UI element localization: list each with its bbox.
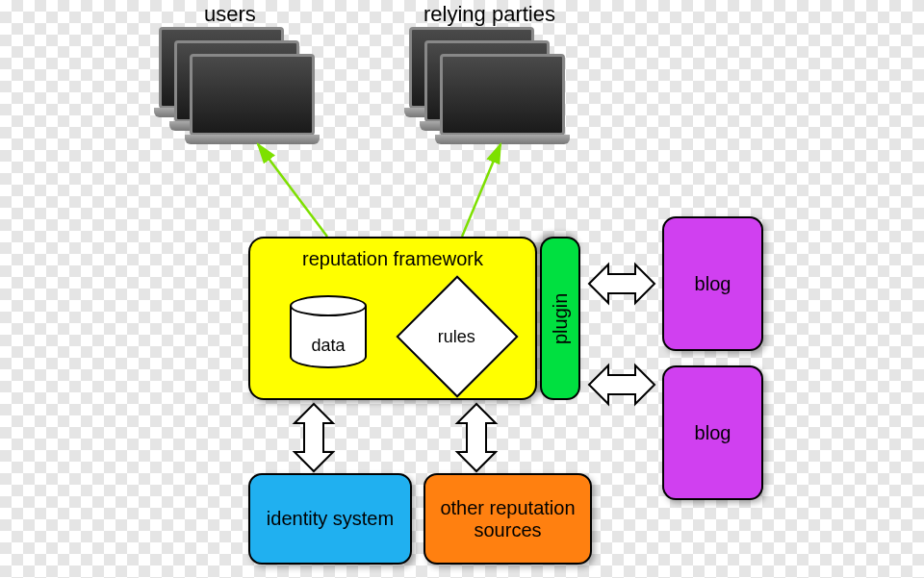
svg-line-0	[258, 144, 327, 237]
identity-system-box: identity system	[248, 473, 412, 565]
other-sources-box: other reputation sources	[424, 473, 592, 565]
framework-title: reputation framework	[264, 248, 522, 270]
blog-label-1: blog	[695, 273, 732, 295]
rules-label: rules	[438, 326, 475, 346]
plugin-label: plugin	[550, 292, 572, 343]
blog-label-2: blog	[695, 422, 732, 444]
reputation-framework-box: reputation framework data rules	[248, 237, 537, 400]
svg-line-1	[462, 144, 500, 237]
data-label: data	[285, 336, 372, 356]
blog-box-1: blog	[662, 216, 763, 351]
identity-label: identity system	[267, 508, 394, 530]
other-sources-label: other reputation sources	[429, 497, 586, 541]
data-cylinder-icon: data	[285, 295, 372, 377]
blog-box-2: blog	[662, 365, 763, 500]
plugin-box: plugin	[540, 237, 580, 400]
rules-diamond-icon: rules	[396, 275, 518, 397]
